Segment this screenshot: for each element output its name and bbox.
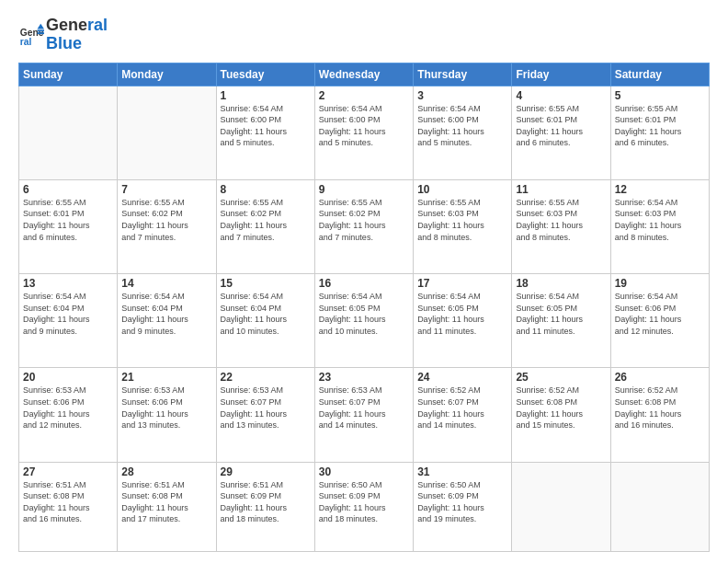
week-row-2: 6Sunrise: 6:55 AM Sunset: 6:01 PM Daylig… xyxy=(19,179,710,273)
day-info: Sunrise: 6:53 AM Sunset: 6:07 PM Dayligh… xyxy=(319,385,409,431)
calendar-cell xyxy=(118,86,216,179)
day-info: Sunrise: 6:55 AM Sunset: 6:02 PM Dayligh… xyxy=(221,197,311,243)
day-number: 11 xyxy=(516,183,606,196)
svg-marker-2 xyxy=(38,24,44,29)
calendar-cell: 29Sunrise: 6:51 AM Sunset: 6:09 PM Dayli… xyxy=(216,462,314,551)
calendar-cell: 28Sunrise: 6:51 AM Sunset: 6:08 PM Dayli… xyxy=(118,462,216,551)
week-row-1: 1Sunrise: 6:54 AM Sunset: 6:00 PM Daylig… xyxy=(19,86,710,179)
day-info: Sunrise: 6:55 AM Sunset: 6:03 PM Dayligh… xyxy=(417,197,507,243)
logo-line1: General xyxy=(46,17,108,35)
svg-rect-3 xyxy=(38,29,44,31)
day-info: Sunrise: 6:50 AM Sunset: 6:09 PM Dayligh… xyxy=(319,479,409,525)
day-number: 27 xyxy=(23,465,113,478)
day-number: 31 xyxy=(417,465,507,478)
day-number: 29 xyxy=(221,465,311,478)
calendar: SundayMondayTuesdayWednesdayThursdayFrid… xyxy=(18,63,710,552)
calendar-cell: 4Sunrise: 6:55 AM Sunset: 6:01 PM Daylig… xyxy=(512,86,610,179)
logo-text: General Blue xyxy=(46,17,108,53)
day-number: 7 xyxy=(121,183,211,196)
day-info: Sunrise: 6:51 AM Sunset: 6:08 PM Dayligh… xyxy=(121,479,211,525)
day-number: 1 xyxy=(221,89,311,102)
calendar-cell: 3Sunrise: 6:54 AM Sunset: 6:00 PM Daylig… xyxy=(414,86,512,179)
calendar-cell: 11Sunrise: 6:55 AM Sunset: 6:03 PM Dayli… xyxy=(512,179,610,273)
calendar-cell: 21Sunrise: 6:53 AM Sunset: 6:06 PM Dayli… xyxy=(118,368,216,462)
weekday-header-friday: Friday xyxy=(512,63,610,86)
calendar-cell: 31Sunrise: 6:50 AM Sunset: 6:09 PM Dayli… xyxy=(414,462,512,551)
calendar-cell: 17Sunrise: 6:54 AM Sunset: 6:05 PM Dayli… xyxy=(414,274,512,368)
calendar-cell: 19Sunrise: 6:54 AM Sunset: 6:06 PM Dayli… xyxy=(610,274,709,368)
day-number: 21 xyxy=(121,371,211,384)
day-number: 10 xyxy=(417,183,507,196)
day-info: Sunrise: 6:51 AM Sunset: 6:09 PM Dayligh… xyxy=(221,479,311,525)
day-info: Sunrise: 6:54 AM Sunset: 6:00 PM Dayligh… xyxy=(319,103,409,149)
day-number: 4 xyxy=(516,89,606,102)
calendar-cell xyxy=(512,462,610,551)
calendar-cell: 9Sunrise: 6:55 AM Sunset: 6:02 PM Daylig… xyxy=(314,179,413,273)
day-number: 24 xyxy=(417,371,507,384)
day-info: Sunrise: 6:54 AM Sunset: 6:00 PM Dayligh… xyxy=(417,103,507,149)
weekday-header-sunday: Sunday xyxy=(19,63,118,86)
header: Gene ral General Blue xyxy=(18,17,710,53)
day-number: 2 xyxy=(319,89,409,102)
calendar-cell: 8Sunrise: 6:55 AM Sunset: 6:02 PM Daylig… xyxy=(216,179,314,273)
day-number: 30 xyxy=(319,465,409,478)
day-number: 28 xyxy=(121,465,211,478)
day-number: 25 xyxy=(516,371,606,384)
weekday-header-monday: Monday xyxy=(118,63,216,86)
calendar-cell: 1Sunrise: 6:54 AM Sunset: 6:00 PM Daylig… xyxy=(216,86,314,179)
logo-icon: Gene ral xyxy=(18,22,44,48)
calendar-cell: 22Sunrise: 6:53 AM Sunset: 6:07 PM Dayli… xyxy=(216,368,314,462)
day-info: Sunrise: 6:55 AM Sunset: 6:02 PM Dayligh… xyxy=(319,197,409,243)
day-number: 3 xyxy=(417,89,507,102)
day-number: 20 xyxy=(23,371,113,384)
calendar-cell: 30Sunrise: 6:50 AM Sunset: 6:09 PM Dayli… xyxy=(314,462,413,551)
calendar-cell: 5Sunrise: 6:55 AM Sunset: 6:01 PM Daylig… xyxy=(610,86,709,179)
calendar-cell: 7Sunrise: 6:55 AM Sunset: 6:02 PM Daylig… xyxy=(118,179,216,273)
calendar-cell: 14Sunrise: 6:54 AM Sunset: 6:04 PM Dayli… xyxy=(118,274,216,368)
calendar-cell: 6Sunrise: 6:55 AM Sunset: 6:01 PM Daylig… xyxy=(19,179,118,273)
day-info: Sunrise: 6:52 AM Sunset: 6:08 PM Dayligh… xyxy=(615,385,705,431)
calendar-cell: 15Sunrise: 6:54 AM Sunset: 6:04 PM Dayli… xyxy=(216,274,314,368)
day-info: Sunrise: 6:54 AM Sunset: 6:04 PM Dayligh… xyxy=(221,291,311,337)
day-number: 15 xyxy=(221,277,311,290)
day-info: Sunrise: 6:54 AM Sunset: 6:04 PM Dayligh… xyxy=(23,291,113,337)
day-number: 22 xyxy=(221,371,311,384)
day-info: Sunrise: 6:55 AM Sunset: 6:01 PM Dayligh… xyxy=(23,197,113,243)
day-number: 18 xyxy=(516,277,606,290)
weekday-header-thursday: Thursday xyxy=(414,63,512,86)
day-info: Sunrise: 6:55 AM Sunset: 6:01 PM Dayligh… xyxy=(615,103,705,149)
day-info: Sunrise: 6:53 AM Sunset: 6:06 PM Dayligh… xyxy=(23,385,113,431)
day-number: 16 xyxy=(319,277,409,290)
day-info: Sunrise: 6:53 AM Sunset: 6:07 PM Dayligh… xyxy=(221,385,311,431)
week-row-3: 13Sunrise: 6:54 AM Sunset: 6:04 PM Dayli… xyxy=(19,274,710,368)
svg-rect-4 xyxy=(38,32,44,34)
calendar-cell: 23Sunrise: 6:53 AM Sunset: 6:07 PM Dayli… xyxy=(314,368,413,462)
day-number: 9 xyxy=(319,183,409,196)
weekday-header-saturday: Saturday xyxy=(610,63,709,86)
week-row-4: 20Sunrise: 6:53 AM Sunset: 6:06 PM Dayli… xyxy=(19,368,710,462)
calendar-cell: 18Sunrise: 6:54 AM Sunset: 6:05 PM Dayli… xyxy=(512,274,610,368)
day-info: Sunrise: 6:53 AM Sunset: 6:06 PM Dayligh… xyxy=(121,385,211,431)
day-info: Sunrise: 6:54 AM Sunset: 6:03 PM Dayligh… xyxy=(615,197,705,243)
day-info: Sunrise: 6:54 AM Sunset: 6:05 PM Dayligh… xyxy=(417,291,507,337)
calendar-cell: 20Sunrise: 6:53 AM Sunset: 6:06 PM Dayli… xyxy=(19,368,118,462)
svg-text:ral: ral xyxy=(20,37,32,47)
calendar-cell: 16Sunrise: 6:54 AM Sunset: 6:05 PM Dayli… xyxy=(314,274,413,368)
day-number: 17 xyxy=(417,277,507,290)
day-info: Sunrise: 6:52 AM Sunset: 6:07 PM Dayligh… xyxy=(417,385,507,431)
day-number: 8 xyxy=(221,183,311,196)
calendar-cell: 25Sunrise: 6:52 AM Sunset: 6:08 PM Dayli… xyxy=(512,368,610,462)
page: Gene ral General Blue SundayMondayTuesda… xyxy=(0,0,728,563)
weekday-header-tuesday: Tuesday xyxy=(216,63,314,86)
calendar-cell: 26Sunrise: 6:52 AM Sunset: 6:08 PM Dayli… xyxy=(610,368,709,462)
day-info: Sunrise: 6:51 AM Sunset: 6:08 PM Dayligh… xyxy=(23,479,113,525)
day-info: Sunrise: 6:55 AM Sunset: 6:03 PM Dayligh… xyxy=(516,197,606,243)
day-number: 13 xyxy=(23,277,113,290)
day-info: Sunrise: 6:55 AM Sunset: 6:01 PM Dayligh… xyxy=(516,103,606,149)
calendar-cell: 27Sunrise: 6:51 AM Sunset: 6:08 PM Dayli… xyxy=(19,462,118,551)
day-number: 14 xyxy=(121,277,211,290)
day-number: 6 xyxy=(23,183,113,196)
week-row-5: 27Sunrise: 6:51 AM Sunset: 6:08 PM Dayli… xyxy=(19,462,710,551)
calendar-cell: 24Sunrise: 6:52 AM Sunset: 6:07 PM Dayli… xyxy=(414,368,512,462)
day-info: Sunrise: 6:54 AM Sunset: 6:00 PM Dayligh… xyxy=(221,103,311,149)
